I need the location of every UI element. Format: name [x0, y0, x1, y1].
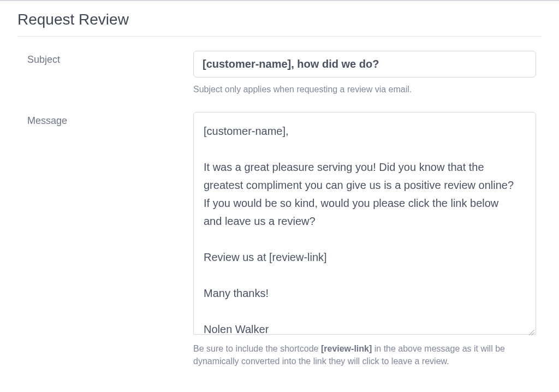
message-textarea[interactable]: [193, 112, 536, 335]
message-label: Message: [17, 112, 193, 127]
subject-row: Subject Subject only applies when reques…: [17, 51, 542, 96]
message-row: Message Be sure to include the shortcode…: [17, 112, 542, 367]
message-help-shortcode: [review-link]: [321, 344, 372, 353]
message-field-wrap: Be sure to include the shortcode [review…: [193, 112, 542, 367]
message-textarea-wrap: [193, 112, 536, 337]
message-help-pre: Be sure to include the shortcode: [193, 344, 321, 353]
form-container: Request Review Subject Subject only appl…: [0, 1, 559, 368]
message-help-text: Be sure to include the shortcode [review…: [193, 342, 536, 367]
subject-help-text: Subject only applies when requesting a r…: [193, 83, 536, 96]
subject-field-wrap: Subject only applies when requesting a r…: [193, 51, 542, 96]
subject-label: Subject: [17, 51, 193, 66]
section-divider: [17, 36, 542, 37]
subject-input[interactable]: [193, 51, 536, 78]
page-title: Request Review: [17, 11, 542, 28]
